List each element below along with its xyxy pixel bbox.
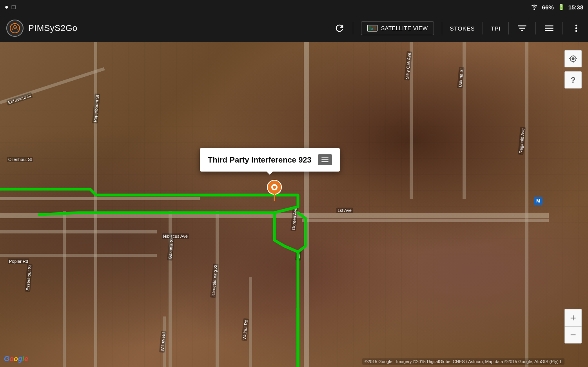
map-attribution: ©2015 Google - Imagery ©2015 DigitalGlob… — [362, 358, 564, 365]
help-button[interactable]: ? — [564, 71, 582, 89]
road-label-poplar: Poplar Rd — [8, 259, 29, 264]
status-bar-left: ● □ — [5, 4, 15, 11]
map-area[interactable]: Ebbehout St Peperboom St Olienhout St Si… — [0, 42, 588, 367]
road-walnut — [249, 277, 252, 367]
popup-detail-button[interactable] — [318, 154, 332, 165]
time-display: 15:38 — [568, 4, 583, 11]
road-reginald — [525, 42, 528, 367]
locate-icon — [569, 54, 577, 63]
map-background — [0, 42, 588, 367]
stokes-button[interactable]: STOKES — [450, 25, 475, 32]
road-1st-ave — [302, 219, 549, 222]
status-bar-right: 66% 🔋 15:38 — [530, 4, 583, 11]
refresh-button[interactable] — [334, 23, 345, 34]
svg-rect-6 — [321, 159, 328, 160]
wifi-icon — [530, 4, 538, 11]
highway-marker: M — [534, 197, 543, 205]
road-balena — [463, 42, 466, 199]
menu-icon — [544, 23, 555, 34]
divider — [442, 22, 442, 34]
tpi-button[interactable]: TPI — [491, 25, 501, 32]
detail-lines-icon — [321, 156, 329, 163]
road-h-3 — [0, 254, 157, 257]
svg-point-10 — [273, 186, 276, 189]
top-bar-actions: 🌐 SATELLITE VIEW STOKES TPI — [334, 21, 582, 35]
map-controls: ? — [564, 50, 582, 89]
zoom-in-button[interactable]: + — [564, 309, 582, 326]
popup-title: Third Party Interference 923 — [208, 155, 312, 165]
divider — [508, 22, 509, 34]
refresh-icon — [334, 23, 345, 34]
svg-rect-7 — [321, 161, 328, 162]
locate-me-button[interactable] — [564, 50, 582, 67]
road-h-2 — [0, 230, 157, 233]
more-button[interactable] — [571, 23, 582, 34]
menu-button[interactable] — [544, 23, 555, 34]
app-logo: PIMSyS2Go — [6, 20, 78, 37]
info-popup[interactable]: Third Party Interference 923 — [200, 148, 340, 172]
map-pin[interactable] — [267, 179, 282, 199]
road-h-1 — [0, 197, 200, 200]
divider — [353, 22, 353, 34]
svg-rect-5 — [321, 157, 328, 158]
screenshot-icon: □ — [12, 4, 16, 11]
filter-icon — [517, 23, 528, 34]
app-title: PIMSyS2Go — [28, 23, 78, 33]
road-essenhout — [63, 211, 66, 367]
divider — [483, 22, 483, 34]
svg-text:🌐: 🌐 — [371, 28, 374, 31]
road-label-olienhout: Olienhout St — [7, 157, 33, 162]
app-icon — [6, 20, 24, 37]
battery-level: 66% — [542, 4, 554, 11]
more-icon — [571, 23, 582, 34]
google-logo: Google — [4, 355, 28, 363]
road-peperboom — [94, 42, 97, 367]
location-icon: ● — [5, 4, 9, 11]
road-label-m20: M20 — [295, 249, 301, 261]
zoom-out-button[interactable]: − — [564, 326, 582, 343]
battery-icon: 🔋 — [558, 4, 564, 10]
road-label-1stave: 1st Ave — [336, 208, 353, 213]
road-main-h — [0, 213, 549, 218]
road-main-v — [304, 42, 309, 367]
top-bar: PIMSyS2Go 🌐 SATELLITE VIEW STOKES — [0, 14, 588, 42]
divider — [563, 22, 563, 34]
zoom-controls: + − — [564, 309, 582, 343]
satellite-icon: 🌐 — [367, 24, 378, 33]
divider — [535, 22, 536, 34]
satellite-view-button[interactable]: 🌐 SATELLITE VIEW — [361, 21, 434, 35]
road-label-hibiscus: Hibiscus Ave — [162, 233, 189, 239]
filter-button[interactable] — [517, 23, 528, 34]
status-bar: ● □ 66% 🔋 15:38 — [0, 0, 588, 14]
satellite-view-label: SATELLITE VIEW — [381, 25, 428, 31]
